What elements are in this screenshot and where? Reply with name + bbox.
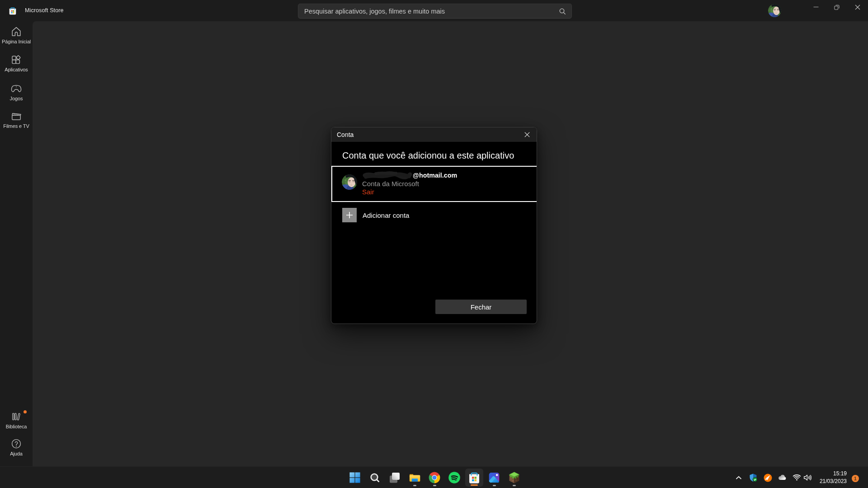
sidebar-item-label: Aplicativos [5, 67, 28, 72]
app-titlebar: Microsoft Store [0, 0, 868, 21]
dialog-heading: Conta que você adicionou a este aplicati… [342, 150, 514, 161]
sidebar: Página Inicial Aplicativos Jogos [0, 21, 33, 466]
sidebar-item-help[interactable]: Ajuda [0, 438, 33, 456]
task-view-icon [389, 472, 400, 483]
search-input[interactable] [304, 4, 555, 18]
sidebar-item-label: Biblioteca [6, 424, 27, 429]
microsoft-store-window: Microsoft Store [0, 0, 868, 466]
avatar-photo-image [342, 174, 357, 190]
minimize-icon [813, 5, 819, 10]
sidebar-item-apps[interactable]: Aplicativos [0, 54, 33, 72]
taskbar-search-icon [369, 472, 380, 483]
tray-date: 21/03/2023 [816, 478, 847, 485]
taskbar-spotify-button[interactable] [445, 469, 463, 487]
volume-icon [802, 473, 812, 483]
chrome-icon [429, 472, 440, 483]
search-icon[interactable] [558, 7, 566, 15]
library-badge-dot [24, 410, 27, 413]
sidebar-item-label: Ajuda [10, 451, 23, 456]
account-email-domain: @hotmail.com [413, 171, 457, 180]
tray-show-hidden-icons[interactable] [733, 467, 744, 488]
fechar-button[interactable]: Fechar [435, 300, 527, 314]
apps-icon [11, 54, 22, 65]
desktop-screen: Microsoft Store [0, 0, 868, 488]
dialog-close-button[interactable] [518, 127, 536, 142]
taskbar-store-button[interactable] [465, 469, 483, 487]
dialog-close-icon [524, 132, 530, 137]
minecraft-icon [509, 472, 519, 483]
close-button[interactable] [847, 0, 868, 14]
tray-volume[interactable] [802, 467, 813, 488]
running-indicator-explorer [413, 485, 416, 486]
account-info: @hotmail.com Conta da Microsoft Sair [362, 171, 457, 196]
active-indicator-store [471, 484, 478, 486]
library-icon [11, 411, 22, 422]
tray-clock[interactable]: 15:19 21/03/2023 [816, 470, 847, 485]
account-avatar [342, 174, 357, 190]
search-box[interactable] [298, 4, 572, 19]
windows-start-icon [349, 472, 360, 483]
running-indicator-chrome [433, 485, 436, 486]
notification-badge[interactable]: 1 [852, 475, 859, 482]
chevron-up-icon [736, 476, 742, 480]
avast-icon [764, 474, 772, 482]
minimize-button[interactable] [806, 0, 826, 14]
home-icon [11, 26, 22, 37]
add-account-label: Adicionar conta [363, 211, 409, 219]
store-app-icon [9, 7, 16, 15]
tray-onedrive[interactable] [777, 467, 788, 488]
account-email: @hotmail.com [362, 171, 457, 180]
onedrive-cloud-icon [777, 473, 788, 483]
store-icon [469, 472, 480, 483]
movies-tv-icon [11, 111, 22, 122]
photos-icon [489, 472, 500, 483]
close-icon [855, 5, 860, 10]
security-shield-icon [749, 473, 758, 482]
dialog-title: Conta [337, 127, 354, 142]
tray-avast[interactable] [762, 467, 773, 488]
sidebar-item-games[interactable]: Jogos [0, 83, 33, 101]
app-title: Microsoft Store [25, 0, 64, 21]
help-icon [11, 438, 22, 449]
wifi-icon [792, 473, 802, 483]
account-provider: Conta da Microsoft [362, 180, 457, 188]
restore-button[interactable] [826, 0, 847, 14]
taskbar-taskview-button[interactable] [386, 469, 404, 487]
taskbar-start-button[interactable] [346, 469, 364, 487]
running-indicator-minecraft [513, 485, 516, 486]
games-icon [11, 83, 22, 94]
running-indicator-photos [493, 485, 496, 486]
sidebar-item-movies-tv[interactable]: Filmes e TV [0, 111, 33, 129]
tray-wifi[interactable] [791, 467, 802, 488]
taskbar-minecraft-button[interactable] [505, 469, 523, 487]
add-account-row[interactable]: Adicionar conta [342, 208, 409, 222]
taskbar-photos-button[interactable] [485, 469, 503, 487]
sidebar-item-label: Filmes e TV [3, 123, 29, 129]
avatar-photo-image [768, 4, 781, 17]
taskbar-search-button[interactable] [366, 469, 384, 487]
tray-windows-security[interactable] [748, 467, 759, 488]
dialog-titlebar: Conta [331, 127, 537, 142]
file-explorer-icon [409, 472, 420, 483]
add-account-plus-icon [342, 208, 357, 222]
account-dialog: Conta Conta que você adicionou a este ap… [331, 127, 537, 324]
taskbar-chrome-button[interactable] [425, 469, 443, 487]
sidebar-item-home[interactable]: Página Inicial [0, 26, 33, 44]
user-avatar[interactable] [768, 4, 781, 17]
restore-icon [834, 5, 840, 10]
spotify-icon [448, 472, 460, 483]
sidebar-item-label: Jogos [10, 96, 23, 101]
taskbar-explorer-button[interactable] [406, 469, 424, 487]
sidebar-item-library[interactable]: Biblioteca [0, 411, 33, 429]
tray-time: 15:19 [816, 470, 847, 478]
sidebar-item-label: Página Inicial [2, 39, 31, 44]
account-row[interactable]: @hotmail.com Conta da Microsoft Sair [331, 166, 537, 202]
redacted-name-scribble [362, 171, 412, 179]
taskbar [0, 466, 868, 488]
signout-link[interactable]: Sair [362, 188, 457, 196]
